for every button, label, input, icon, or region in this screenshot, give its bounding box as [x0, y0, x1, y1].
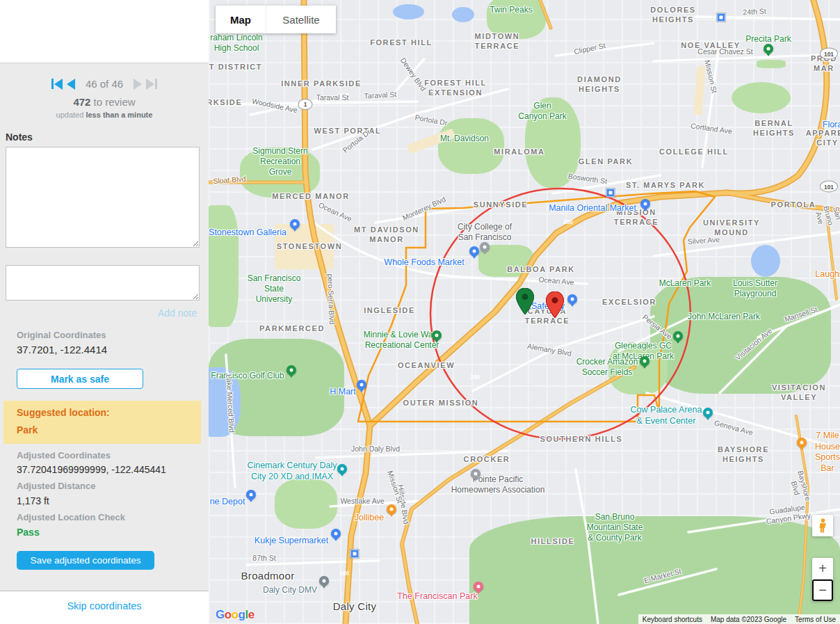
map-attribution: Keyboard shortcuts Map data ©2023 Google…	[638, 614, 840, 624]
park-pin[interactable]	[432, 330, 442, 340]
road-label: 87th St	[252, 554, 275, 563]
poi-pin[interactable]	[640, 199, 650, 209]
poi-pin[interactable]	[337, 464, 347, 474]
poi-label[interactable]: Kukje Supermarket	[255, 536, 328, 547]
poi-label[interactable]: Pointe Pacific Homeowners Association	[451, 474, 545, 495]
poi-label[interactable]: Manila Oriental Market	[549, 203, 636, 214]
map-type-satellite-button[interactable]: Satellite	[266, 6, 336, 33]
first-page-button[interactable]	[51, 79, 63, 90]
add-note-button[interactable]: Add note	[158, 307, 197, 319]
coordinates-panel: 46 of 46 472 to review updated less than…	[0, 63, 209, 591]
park-label[interactable]: John McLaren Park	[688, 312, 760, 322]
poi-label[interactable]: Cinemark Century Daly City 20 XD and IMA…	[247, 461, 337, 482]
adjusted-check-label: Adjusted Location Check	[17, 512, 125, 522]
poi-pin[interactable]	[480, 242, 490, 252]
google-logo-letter: o	[225, 608, 232, 621]
poi-pin[interactable]	[387, 504, 396, 514]
park-label[interactable]: Francisco Golf Club	[211, 371, 284, 381]
poi-pin[interactable]	[331, 529, 341, 538]
poi-label[interactable]: H Mart	[330, 387, 356, 398]
neighborhood-label: OUTER MISSION	[403, 399, 479, 408]
neighborhood-label: FOREST HILL EXTENSION	[424, 79, 487, 98]
zoom-in-button[interactable]: +	[812, 558, 833, 579]
zoom-out-button[interactable]: −	[812, 579, 833, 601]
park-label[interactable]: Minnie & Lovie Ward Recreational Center	[364, 330, 440, 351]
first-page-icon	[54, 79, 63, 90]
poi-pin[interactable]	[567, 294, 577, 304]
last-page-icon	[155, 79, 157, 89]
route-shield-icon: 280	[467, 371, 483, 383]
park-pin[interactable]	[286, 365, 296, 375]
poi-label[interactable]: City College of San Francisco	[458, 222, 512, 243]
terms-of-use-link[interactable]: Terms of Use	[791, 616, 840, 623]
park-pin[interactable]	[640, 356, 649, 366]
review-count-number: 472	[73, 96, 90, 108]
park-label[interactable]: Mt. Davidson	[440, 134, 489, 144]
poi-label[interactable]: Daly City DMV	[263, 585, 317, 595]
updated-status: updated less than a minute	[0, 111, 209, 119]
park-label[interactable]: Sigmund Stern Recreation Grove	[252, 146, 307, 177]
last-page-button[interactable]	[146, 79, 157, 90]
neighborhood-label: COLLEGE HILL	[659, 147, 729, 157]
neighborhood-label: BAYSHORE HEIGHTS	[718, 445, 769, 465]
skip-coordinates-link[interactable]: Skip coordinates	[0, 600, 209, 611]
park-label[interactable]: Twin Peaks	[490, 5, 532, 15]
pegman-control[interactable]	[812, 515, 833, 536]
park-label[interactable]: raham Lincoln High School	[210, 33, 262, 54]
transit-station-icon[interactable]	[717, 13, 726, 22]
mark-as-safe-button[interactable]: Mark as safe	[17, 369, 143, 389]
map-type-map-button[interactable]: Map	[216, 6, 266, 33]
poi-label[interactable]: Laughing	[815, 269, 840, 280]
transit-station-icon[interactable]	[606, 189, 615, 198]
suggested-location-value: Park	[17, 424, 201, 435]
town-label: Broadmoor	[241, 570, 295, 583]
poi-pin[interactable]	[469, 246, 479, 256]
park-label[interactable]: Crocker Amazon Soccer Fields	[576, 357, 638, 378]
suggested-location-marker[interactable]	[516, 288, 534, 317]
poi-pin[interactable]	[357, 380, 366, 390]
poi-label[interactable]: Whole Foods Market	[384, 257, 464, 269]
park-pin[interactable]	[673, 331, 683, 341]
keyboard-shortcuts-link[interactable]: Keyboard shortcuts	[638, 616, 706, 623]
poi-label[interactable]: Cow Palace Arena & Event Center	[631, 405, 702, 426]
park-label[interactable]: San Francisco State University	[248, 273, 301, 305]
notes-heading: Notes	[6, 131, 33, 143]
transit-station-icon[interactable]	[350, 550, 360, 559]
poi-label[interactable]: Stonestown Galleria	[209, 227, 286, 239]
poi-label[interactable]: 7 Mile House Sports Bar	[815, 431, 840, 474]
google-logo[interactable]: Google	[216, 608, 255, 622]
park-pin[interactable]	[764, 44, 773, 54]
save-adjusted-coordinates-button[interactable]: Save adjusted coordinates	[17, 551, 154, 570]
poi-pin[interactable]	[471, 469, 480, 479]
poi-label[interactable]: ne Depot	[210, 497, 245, 508]
note-input-2[interactable]	[6, 265, 200, 301]
poi-label[interactable]: Flora	[823, 120, 840, 131]
park-label[interactable]: Precita Park	[745, 34, 791, 45]
poi-pin[interactable]	[290, 219, 300, 229]
park-label[interactable]: Glen Canyon Park	[518, 101, 566, 122]
road-label: John Daly Blvd	[351, 445, 400, 454]
poi-pin[interactable]	[246, 490, 256, 499]
poi-pin[interactable]	[474, 582, 483, 591]
map-data-text: Map data ©2023 Google	[706, 616, 791, 623]
next-button[interactable]	[134, 79, 142, 90]
neighborhood-label: HILLSIDE	[531, 537, 575, 547]
road-label: Sloat Blvd	[213, 175, 246, 186]
park-label[interactable]: Louis Sutter Playground	[733, 278, 777, 299]
note-input-1[interactable]	[6, 147, 200, 248]
park-label[interactable]: San Bruno Mountain State & County Park	[587, 512, 643, 543]
pager: 46 of 46	[0, 63, 209, 90]
adjusted-distance-label: Adjusted Distance	[17, 481, 95, 491]
poi-label[interactable]: The Franciscan Park	[397, 591, 477, 602]
poi-pin[interactable]	[703, 408, 713, 417]
previous-button[interactable]	[67, 79, 75, 90]
poi-pin[interactable]	[797, 438, 807, 447]
poi-pin[interactable]	[319, 576, 329, 586]
poi-label[interactable]: Jollibee	[355, 513, 384, 524]
map-canvas[interactable]: DOLORES HEIGHTSNOE VALLEYMIDTOWN TERRACE…	[209, 0, 840, 624]
road-label: E Market St	[643, 567, 682, 586]
park-label[interactable]: McLaren Park	[659, 278, 711, 289]
pegman-icon	[818, 518, 828, 533]
neighborhood-label: BERNAL HEIGHTS	[741, 119, 807, 138]
adjusted-location-marker[interactable]	[546, 291, 564, 321]
